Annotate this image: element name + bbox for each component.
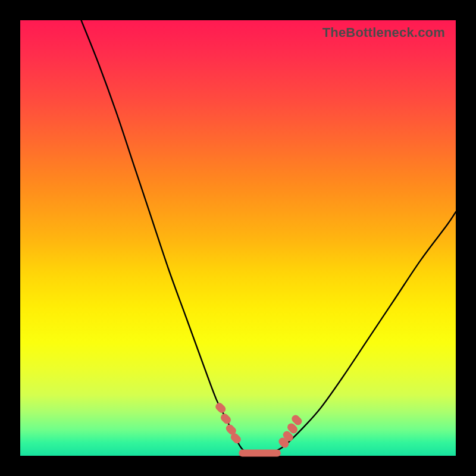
plot-area: TheBottleneck.com [20, 20, 456, 456]
curve-right-branch [273, 212, 456, 452]
marker-dot [283, 441, 285, 444]
outer-black-frame: TheBottleneck.com [0, 0, 476, 476]
markers-left [220, 406, 237, 439]
chart-svg [20, 20, 456, 456]
marker-dot [296, 419, 298, 421]
marker-dot [220, 406, 222, 409]
marker-dot [230, 428, 232, 431]
markers-right [283, 419, 298, 444]
marker-dot [234, 437, 237, 440]
marker-dot [287, 435, 289, 437]
marker-dot [225, 418, 227, 420]
marker-dot [292, 427, 294, 430]
curve-left-branch [81, 20, 246, 452]
